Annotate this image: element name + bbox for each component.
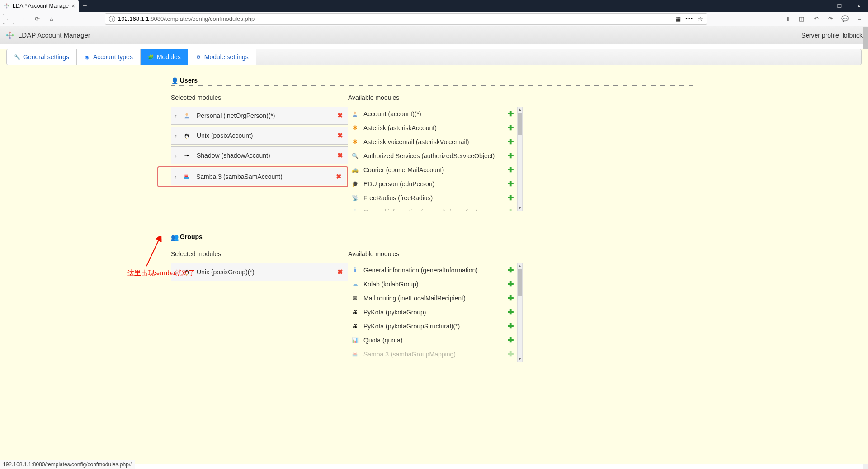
add-module-button[interactable]: ✚ [508, 308, 514, 316]
window-controls: ─ ❐ ✕ [811, 0, 868, 12]
site-info-icon[interactable]: i [109, 16, 115, 22]
close-button[interactable]: ✕ [849, 0, 868, 12]
available-module-row: Samba 3 (sambaGroupMapping)✚ [348, 347, 515, 361]
add-module-button[interactable]: ✚ [508, 137, 514, 146]
add-module-button[interactable]: ✚ [508, 294, 514, 302]
remove-module-button[interactable]: ✖ [337, 112, 343, 120]
available-module-row: 🖨PyKota (pykotaGroup)✚ [348, 305, 515, 319]
modules-icon: 🧩 [148, 54, 154, 60]
status-bar: 192.168.1.1:8080/templates/config/confmo… [0, 460, 135, 469]
reload-button[interactable]: ⟳ [31, 13, 43, 25]
available-module-row: ℹGeneral information (generalInformation… [348, 205, 515, 211]
module-icon: 🚕 [351, 166, 359, 174]
module-label: Authorized Services (authorizedServiceOb… [363, 152, 508, 159]
remove-module-button[interactable]: ✖ [337, 131, 343, 140]
add-module-button[interactable]: ✚ [508, 280, 514, 288]
selected-module-row: ↕Unix (posixAccount)✖ [171, 127, 348, 145]
remove-module-button[interactable]: ✖ [337, 151, 343, 159]
available-module-row: ✉Mail routing (inetLocalMailRecipient)✚ [348, 291, 515, 305]
main-content: 🔧General settings ◉Account types 🧩Module… [0, 49, 868, 464]
module-label: General information (generalInformation) [363, 208, 508, 212]
forward-button[interactable]: → [16, 13, 29, 25]
module-icon: 🔍 [351, 152, 359, 159]
module-icon: ✱ [351, 124, 359, 131]
maximize-button[interactable]: ❐ [830, 0, 849, 12]
drag-handle-icon[interactable]: ↕ [171, 153, 180, 158]
home-button[interactable]: ⌂ [45, 13, 58, 25]
module-icon: ✉ [351, 295, 359, 302]
page-actions-icon[interactable]: ••• [685, 15, 693, 22]
module-icon [182, 132, 191, 139]
section-groups-title: 👥 Groups [171, 233, 693, 242]
svg-point-15 [186, 135, 186, 135]
available-module-row: 📡FreeRadius (freeRadius)✚ [348, 191, 515, 205]
add-module-button[interactable]: ✚ [508, 193, 514, 202]
available-modules-header: Available modules [348, 250, 523, 258]
available-groups-scrollbar[interactable]: ▲ ▼ [517, 263, 523, 362]
add-module-button[interactable]: ✚ [508, 336, 514, 344]
remove-module-button[interactable]: ✖ [336, 173, 342, 181]
back-button[interactable]: ← [3, 14, 14, 24]
app-header: LDAP Account Manager Server profile: lot… [0, 26, 868, 44]
add-module-button[interactable]: ✚ [508, 266, 514, 274]
sidebar-icon[interactable]: ◫ [796, 13, 807, 25]
available-users-scrollbar[interactable]: ▲ ▼ [517, 107, 523, 211]
minimize-button[interactable]: ─ [811, 0, 830, 12]
undo-icon[interactable]: ↶ [810, 13, 822, 25]
tab-module-settings[interactable]: ⚙Module settings [188, 49, 256, 65]
module-label: PyKota (pykotaGroup) [363, 309, 508, 316]
section-users-title: 👤 Users [171, 77, 693, 86]
tab-close-icon[interactable]: × [71, 2, 75, 9]
user-icon: 👤 [171, 77, 177, 84]
module-icon: 📊 [351, 337, 359, 344]
module-icon [351, 110, 359, 117]
library-icon[interactable]: ⫼ [781, 13, 793, 25]
redo-icon[interactable]: ↷ [825, 13, 836, 25]
add-module-button[interactable]: ✚ [508, 350, 514, 358]
browser-toolbar: ← → ⟳ ⌂ i 192.168.1.1:8080/templates/con… [0, 12, 868, 26]
group-icon: 👥 [171, 234, 177, 240]
svg-point-16 [187, 135, 188, 135]
add-module-button[interactable]: ✚ [508, 123, 514, 132]
menu-icon[interactable]: ≡ [854, 13, 865, 25]
remove-module-button[interactable]: ✖ [337, 268, 343, 276]
available-module-row: ✱Asterisk (asteriskAccount)✚ [348, 121, 515, 135]
add-module-button[interactable]: ✚ [508, 322, 514, 330]
browser-tab[interactable]: LDAP Account Manager Con × [0, 0, 79, 12]
types-icon: ◉ [84, 54, 90, 60]
tab-general-settings[interactable]: 🔧General settings [7, 49, 77, 65]
module-label: Kolab (kolabGroup) [363, 281, 508, 288]
url-text: 192.168.1.1:8080/templates/config/confmo… [118, 15, 255, 22]
module-icon: ℹ [351, 267, 359, 274]
add-module-button[interactable]: ✚ [508, 179, 514, 188]
available-modules-header: Available modules [348, 94, 523, 101]
add-module-button[interactable]: ✚ [508, 165, 514, 174]
module-label: Courier (courierMailAccount) [363, 166, 508, 174]
annotation-text: 这里出现samba就对了 [127, 269, 195, 277]
drag-handle-icon[interactable]: ↕ [171, 133, 180, 138]
svg-rect-19 [185, 175, 188, 176]
wrench-icon: 🔧 [14, 54, 20, 60]
module-icon: ℹ [351, 208, 359, 212]
drag-handle-icon[interactable]: ↕ [171, 113, 180, 118]
bookmark-star-icon[interactable]: ☆ [698, 15, 703, 22]
app-logo: LDAP Account Manager [5, 31, 90, 40]
selected-module-row: ↕Unix (posixGroup)(*)✖ [171, 263, 348, 281]
module-label: General information (generalInformation) [363, 267, 508, 274]
selected-modules-header: Selected modules [171, 250, 348, 258]
add-module-button[interactable]: ✚ [508, 151, 514, 160]
tab-account-types[interactable]: ◉Account types [77, 49, 141, 65]
url-bar[interactable]: i 192.168.1.1:8080/templates/config/conf… [105, 13, 707, 25]
selected-module-row: ↕➟Shadow (shadowAccount)✖ [171, 146, 348, 164]
tab-modules[interactable]: 🧩Modules [141, 49, 188, 65]
app-title: LDAP Account Manager [18, 31, 90, 39]
drag-handle-icon[interactable]: ↕ [171, 174, 180, 179]
add-module-button[interactable]: ✚ [508, 207, 514, 211]
available-module-row: ℹGeneral information (generalInformation… [348, 263, 515, 277]
new-tab-button[interactable]: + [79, 0, 91, 12]
tab-title: LDAP Account Manager Con [13, 3, 69, 9]
module-label: PyKota (pykotaGroupStructural)(*) [363, 323, 508, 330]
qr-icon[interactable]: ▦ [675, 15, 681, 22]
add-module-button[interactable]: ✚ [508, 109, 514, 118]
chat-icon[interactable]: 💬 [839, 13, 851, 25]
